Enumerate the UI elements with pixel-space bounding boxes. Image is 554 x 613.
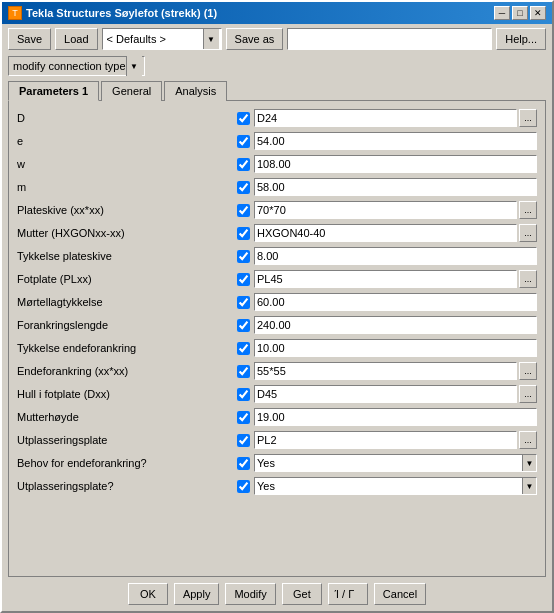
param-input[interactable] (254, 132, 537, 150)
save-as-button[interactable]: Save as (226, 28, 284, 50)
param-label: Fotplate (PLxx) (17, 273, 237, 285)
param-label: Forankringslengde (17, 319, 237, 331)
param-input[interactable] (254, 408, 537, 426)
save-as-input[interactable] (287, 28, 492, 50)
param-label: w (17, 158, 237, 170)
bottom-bar: OK Apply Modify Get Ί / Γ Cancel (2, 577, 552, 611)
help-button[interactable]: Help... (496, 28, 546, 50)
params-grid: D...ewmPlateskive (xx*xx)...Mutter (HXGO… (15, 107, 539, 497)
defaults-arrow[interactable]: ▼ (203, 29, 219, 49)
param-checkbox[interactable] (237, 135, 250, 148)
param-input[interactable] (254, 362, 517, 380)
param-checkbox[interactable] (237, 319, 250, 332)
param-checkbox[interactable] (237, 158, 250, 171)
title-bar-left: T Tekla Structures Søylefot (strekk) (1) (8, 6, 217, 20)
minimize-button[interactable]: ─ (494, 6, 510, 20)
param-select-value: Yes (255, 457, 522, 469)
content-area: D...ewmPlateskive (xx*xx)...Mutter (HXGO… (8, 100, 546, 577)
tab-container: Parameters 1 General Analysis (2, 80, 552, 100)
param-browse-button[interactable]: ... (519, 224, 537, 242)
maximize-button[interactable]: □ (512, 6, 528, 20)
table-row: Mutterhøyde (15, 406, 539, 428)
param-input[interactable] (254, 201, 517, 219)
connection-type-arrow[interactable]: ▼ (126, 56, 142, 76)
param-input[interactable] (254, 385, 517, 403)
tabs: Parameters 1 General Analysis (8, 80, 546, 100)
param-input[interactable] (254, 155, 537, 173)
param-label: m (17, 181, 237, 193)
param-label: e (17, 135, 237, 147)
apply-button[interactable]: Apply (174, 583, 220, 605)
app-icon: T (8, 6, 22, 20)
load-button[interactable]: Load (55, 28, 97, 50)
param-checkbox[interactable] (237, 342, 250, 355)
param-select[interactable]: Yes▼ (254, 477, 537, 495)
param-checkbox[interactable] (237, 204, 250, 217)
table-row: Tykkelse endeforankring (15, 337, 539, 359)
table-row: Plateskive (xx*xx)... (15, 199, 539, 221)
param-browse-button[interactable]: ... (519, 362, 537, 380)
param-input[interactable] (254, 431, 517, 449)
param-input[interactable] (254, 270, 517, 288)
param-label: Utplasseringsplate? (17, 480, 237, 492)
param-browse-button[interactable]: ... (519, 431, 537, 449)
param-label: Mutterhøyde (17, 411, 237, 423)
param-checkbox[interactable] (237, 411, 250, 424)
param-input[interactable] (254, 178, 537, 196)
param-checkbox[interactable] (237, 388, 250, 401)
param-label: Tykkelse endeforankring (17, 342, 237, 354)
param-input[interactable] (254, 293, 537, 311)
param-browse-button[interactable]: ... (519, 270, 537, 288)
param-checkbox[interactable] (237, 227, 250, 240)
param-label: Mutter (HXGONxx-xx) (17, 227, 237, 239)
param-checkbox[interactable] (237, 365, 250, 378)
tab-analysis[interactable]: Analysis (164, 81, 227, 101)
table-row: Utplasseringsplate?Yes▼ (15, 475, 539, 497)
table-row: Utplasseringsplate... (15, 429, 539, 451)
param-input[interactable] (254, 224, 517, 242)
param-select-arrow[interactable]: ▼ (522, 478, 536, 494)
param-checkbox[interactable] (237, 434, 250, 447)
defaults-combo[interactable]: < Defaults > ▼ (102, 28, 222, 50)
param-browse-button[interactable]: ... (519, 201, 537, 219)
tab-general[interactable]: General (101, 81, 162, 101)
table-row: Fotplate (PLxx)... (15, 268, 539, 290)
cancel-button[interactable]: Cancel (374, 583, 426, 605)
param-checkbox[interactable] (237, 112, 250, 125)
table-row: Hull i fotplate (Dxx)... (15, 383, 539, 405)
param-checkbox[interactable] (237, 181, 250, 194)
save-button[interactable]: Save (8, 28, 51, 50)
tab-parameters1[interactable]: Parameters 1 (8, 81, 99, 101)
param-checkbox[interactable] (237, 250, 250, 263)
main-window: T Tekla Structures Søylefot (strekk) (1)… (0, 0, 554, 613)
param-input[interactable] (254, 109, 517, 127)
get-button[interactable]: Get (282, 583, 322, 605)
table-row: Tykkelse plateskive (15, 245, 539, 267)
param-browse-button[interactable]: ... (519, 109, 537, 127)
param-checkbox[interactable] (237, 273, 250, 286)
close-button[interactable]: ✕ (530, 6, 546, 20)
param-checkbox[interactable] (237, 480, 250, 493)
table-row: Mørtellagtykkelse (15, 291, 539, 313)
modify-button[interactable]: Modify (225, 583, 275, 605)
param-input[interactable] (254, 339, 537, 357)
connection-type-label: modify connection type (11, 60, 126, 72)
ok-button[interactable]: OK (128, 583, 168, 605)
connection-type-combo[interactable]: modify connection type ▼ (8, 56, 145, 76)
title-controls: ─ □ ✕ (494, 6, 546, 20)
defaults-value: < Defaults > (105, 33, 203, 45)
param-checkbox[interactable] (237, 457, 250, 470)
param-label: Behov for endeforankring? (17, 457, 237, 469)
table-row: Mutter (HXGONxx-xx)... (15, 222, 539, 244)
param-label: Tykkelse plateskive (17, 250, 237, 262)
param-input[interactable] (254, 316, 537, 334)
param-select[interactable]: Yes▼ (254, 454, 537, 472)
param-label: Hull i fotplate (Dxx) (17, 388, 237, 400)
separator-button[interactable]: Ί / Γ (328, 583, 368, 605)
param-checkbox[interactable] (237, 296, 250, 309)
table-row: w (15, 153, 539, 175)
param-browse-button[interactable]: ... (519, 385, 537, 403)
param-label: Utplasseringsplate (17, 434, 237, 446)
param-select-arrow[interactable]: ▼ (522, 455, 536, 471)
param-input[interactable] (254, 247, 537, 265)
